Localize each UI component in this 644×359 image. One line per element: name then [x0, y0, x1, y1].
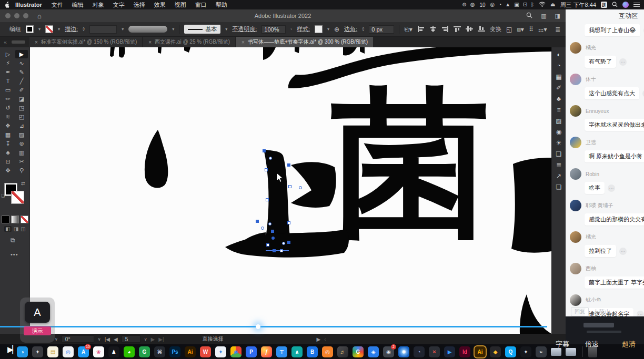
page-icon[interactable]: ⎗▾ — [404, 26, 412, 33]
input-method-icon[interactable]: 拼 — [601, 2, 607, 8]
avatar[interactable] — [570, 105, 581, 117]
shape-options-icon[interactable]: ⚏▾ — [538, 26, 547, 33]
dock-xmind-icon[interactable]: ✕ — [429, 346, 440, 357]
reply-button[interactable]: 回复 — [571, 307, 589, 316]
dock-keyboard-maestro-icon[interactable]: ⌘ — [154, 346, 165, 357]
chevron-down-icon[interactable]: ▾ — [172, 27, 174, 32]
dock-safari-icon[interactable]: ✦ — [215, 346, 226, 357]
anchor-point[interactable] — [287, 241, 290, 244]
menu-item[interactable]: 窗口 — [195, 1, 207, 9]
avatar[interactable] — [570, 137, 581, 148]
menu-item[interactable]: 文件 — [52, 1, 63, 9]
dock-coreldraw-icon[interactable]: G — [139, 346, 150, 357]
chevron-down-icon[interactable]: ▾ — [38, 27, 41, 32]
chevron-down-icon[interactable]: ▾ — [122, 27, 124, 32]
message-more-icon[interactable]: ⋯ — [608, 184, 615, 192]
subtitle-button[interactable]: 字幕 — [556, 340, 569, 349]
align-top-icon[interactable] — [454, 26, 461, 33]
menubar-app-name[interactable]: Illustrator — [15, 2, 42, 8]
stroke-weight-stepper[interactable]: ˄˅ — [83, 27, 85, 32]
dock-finder-icon[interactable]: ◑ — [17, 346, 28, 357]
document-tab[interactable]: × 标准字案例实操.ai* @ 150 % (RGB/预览) — [29, 37, 142, 47]
close-tab-icon[interactable]: × — [148, 39, 152, 45]
draw-behind-icon[interactable]: ◨ — [14, 226, 18, 232]
anchor-point[interactable] — [287, 221, 290, 224]
fill-color-swatch[interactable] — [26, 25, 34, 33]
brush-definition-select[interactable] — [128, 26, 167, 33]
menu-item[interactable]: 选择 — [134, 1, 145, 9]
pen-tool[interactable]: ✒ — [2, 68, 14, 76]
dock-pointer-app-icon[interactable]: ➢ — [536, 346, 547, 357]
more-tools-icon[interactable]: ••• — [11, 251, 18, 258]
stroke-color-swatch[interactable] — [45, 25, 53, 33]
default-fill-stroke-icon[interactable]: ❏ — [1, 193, 5, 198]
dock-illustrator-icon[interactable]: Ai — [185, 346, 196, 357]
artboard-canvas[interactable]: 菌 — [30, 47, 551, 334]
selection-tool[interactable]: ▷ — [2, 50, 14, 58]
anchor-point[interactable] — [266, 243, 269, 247]
screen-mode-icon[interactable]: ⧉ — [11, 237, 15, 244]
dock-indesign-icon[interactable]: Id — [459, 346, 470, 357]
dock-q-browser-icon[interactable]: Q — [505, 346, 516, 357]
avatar[interactable] — [570, 294, 581, 306]
tab-stub[interactable] — [12, 40, 25, 44]
control-panel-menu-icon[interactable]: ≣ — [555, 26, 560, 33]
dock-keynote-icon[interactable]: ⊤ — [276, 346, 287, 357]
avatar[interactable] — [570, 200, 581, 211]
free-transform-tool[interactable]: ◰ — [15, 112, 28, 121]
draw-normal-icon[interactable]: ◧ — [4, 226, 11, 232]
anchor-point[interactable] — [263, 149, 266, 152]
anchor-point[interactable] — [288, 185, 291, 188]
dock-sketch-icon[interactable]: ◆ — [490, 346, 501, 357]
quality-button[interactable]: 超清 — [622, 340, 636, 349]
type-tool[interactable]: T — [2, 77, 14, 85]
dock-illustrator-running-icon[interactable]: Ai — [475, 346, 486, 357]
last-artboard-icon[interactable]: ▶| — [158, 336, 164, 342]
color-button[interactable] — [2, 216, 9, 223]
color-panel-icon[interactable]: ◐ — [557, 52, 560, 58]
curvature-tool[interactable]: ✎ — [15, 68, 28, 76]
video-progress-bar[interactable] — [0, 326, 547, 327]
isolate-icon[interactable]: ⧈▾ — [517, 26, 524, 33]
scale-tool[interactable]: ◳ — [15, 104, 28, 112]
dock-b-app-icon[interactable]: B — [307, 346, 318, 357]
gradient-tool[interactable]: ▨ — [15, 130, 28, 139]
bluetooth-icon[interactable]: ᛒ — [531, 2, 534, 7]
symbol-sprayer-tool[interactable]: ♣ — [2, 148, 14, 157]
speed-button[interactable]: 倍速 — [585, 340, 599, 349]
dock-wechat-icon[interactable]: ◕ — [124, 346, 135, 357]
transparency-panel-icon[interactable]: ◉ — [556, 129, 561, 135]
anchor-point[interactable] — [268, 222, 271, 225]
color-guide-panel-icon[interactable]: ◔ — [557, 63, 560, 69]
rotation-value[interactable]: 0° — [62, 335, 94, 343]
siri-icon[interactable] — [622, 2, 629, 8]
chevron-right-icon[interactable]: › — [290, 27, 292, 32]
corner-stepper[interactable]: ˄˅ — [362, 27, 364, 32]
dock-photoshop-icon[interactable]: Ps — [169, 346, 180, 357]
align-left-icon[interactable] — [417, 26, 425, 33]
anchor-point[interactable] — [261, 227, 264, 230]
align-right-icon[interactable] — [441, 26, 449, 33]
message-more-icon[interactable]: ⋯ — [637, 311, 644, 317]
appearance-panel-icon[interactable]: ☀ — [556, 140, 562, 146]
avatar[interactable] — [570, 231, 581, 243]
opacity-label[interactable]: 不透明度: — [232, 25, 257, 33]
close-tab-icon[interactable]: × — [35, 39, 38, 45]
display-icon[interactable]: ⊡ — [523, 2, 527, 7]
corner-value[interactable]: 0 px — [369, 25, 394, 34]
dock-keyshot-icon[interactable]: ✺ — [398, 346, 409, 357]
transform-label[interactable]: 变换 — [490, 25, 501, 33]
style-swatch[interactable] — [315, 25, 323, 33]
stroke-style-select[interactable]: 基本 — [184, 25, 220, 34]
next-artboard-icon[interactable]: ▶ — [151, 336, 155, 342]
dock-cinema4d-icon[interactable]: ◔ — [414, 346, 425, 357]
mesh-tool[interactable]: ▦ — [2, 130, 14, 139]
stroke-swatch[interactable] — [11, 191, 24, 204]
sync-icon[interactable]: ◔ — [498, 2, 501, 7]
corner-label[interactable]: 边角: — [344, 25, 357, 33]
brushes-panel-icon[interactable]: ✐ — [556, 85, 561, 91]
progress-handle[interactable] — [256, 324, 260, 329]
perspective-grid-tool[interactable]: ⊿ — [15, 121, 28, 130]
anchor-point[interactable] — [299, 186, 302, 189]
chevron-down-icon[interactable]: ▾ — [225, 27, 227, 32]
